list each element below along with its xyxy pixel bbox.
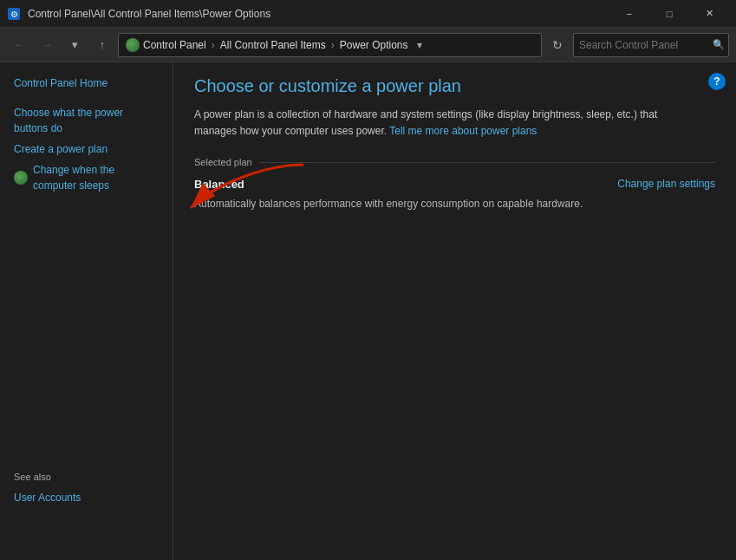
search-input[interactable] <box>579 39 709 51</box>
learn-more-link[interactable]: Tell me more about power plans <box>389 125 537 137</box>
see-also-title: See also <box>14 472 160 482</box>
sidebar-item-computer-sleeps-icon <box>14 171 28 185</box>
plan-name: Balanced <box>194 178 244 191</box>
titlebar-title: Control Panel\All Control Panel Items\Po… <box>28 8 602 20</box>
dropdown-button[interactable]: ▾ <box>62 33 87 57</box>
sidebar-item-control-panel-home[interactable]: Control Panel Home <box>0 73 173 94</box>
change-plan-settings-link[interactable]: Change plan settings <box>617 178 715 190</box>
forward-button[interactable]: → <box>35 33 59 57</box>
sidebar-item-user-accounts[interactable]: User Accounts <box>14 487 160 508</box>
sidebar-item-computer-sleeps-container: Change when the computer sleeps <box>0 160 173 196</box>
sidebar-item-create-plan[interactable]: Create a power plan <box>0 139 173 160</box>
plan-row: Balanced Change plan settings <box>194 178 715 191</box>
maximize-button[interactable]: □ <box>649 0 689 28</box>
navbar: ← → ▾ ↑ Control Panel › All Control Pane… <box>0 28 736 62</box>
selected-plan-header: Selected plan <box>194 157 715 167</box>
minimize-button[interactable]: − <box>609 0 649 28</box>
selected-plan-label: Selected plan <box>194 157 252 167</box>
content-area: ? Choose or customize a power plan A pow… <box>173 62 736 560</box>
separator-1: › <box>212 39 215 51</box>
back-button[interactable]: ← <box>7 33 31 57</box>
page-title: Choose or customize a power plan <box>194 76 715 96</box>
address-bar[interactable]: Control Panel › All Control Panel Items … <box>118 33 542 57</box>
content-description: A power plan is a collection of hardware… <box>194 107 697 140</box>
address-dropdown-button[interactable]: ▾ <box>413 33 427 57</box>
up-button[interactable]: ↑ <box>90 33 114 57</box>
search-box[interactable]: 🔍 <box>573 33 729 57</box>
sidebar-item-power-buttons[interactable]: Choose what the power buttons do <box>0 102 173 139</box>
close-button[interactable]: ✕ <box>689 0 729 28</box>
address-part-1: Control Panel <box>143 39 206 51</box>
address-part-3: Power Options <box>340 39 408 51</box>
plan-description: Automatically balances performance with … <box>194 196 715 212</box>
sidebar: Control Panel Home Choose what the power… <box>0 62 173 560</box>
separator-2: › <box>331 39 335 51</box>
refresh-button[interactable]: ↻ <box>545 33 570 57</box>
titlebar-icon: ⚙ <box>7 7 21 21</box>
sidebar-item-computer-sleeps[interactable]: Change when the computer sleeps <box>33 162 159 193</box>
help-button[interactable]: ? <box>708 73 726 90</box>
titlebar: ⚙ Control Panel\All Control Panel Items\… <box>0 0 736 28</box>
address-part-2: All Control Panel Items <box>220 39 326 51</box>
svg-text:⚙: ⚙ <box>10 10 18 19</box>
main-container: Control Panel Home Choose what the power… <box>0 62 736 560</box>
section-divider <box>259 162 715 163</box>
titlebar-controls: − □ ✕ <box>609 0 729 28</box>
search-icon: 🔍 <box>713 39 725 50</box>
address-bar-icon <box>126 38 140 52</box>
